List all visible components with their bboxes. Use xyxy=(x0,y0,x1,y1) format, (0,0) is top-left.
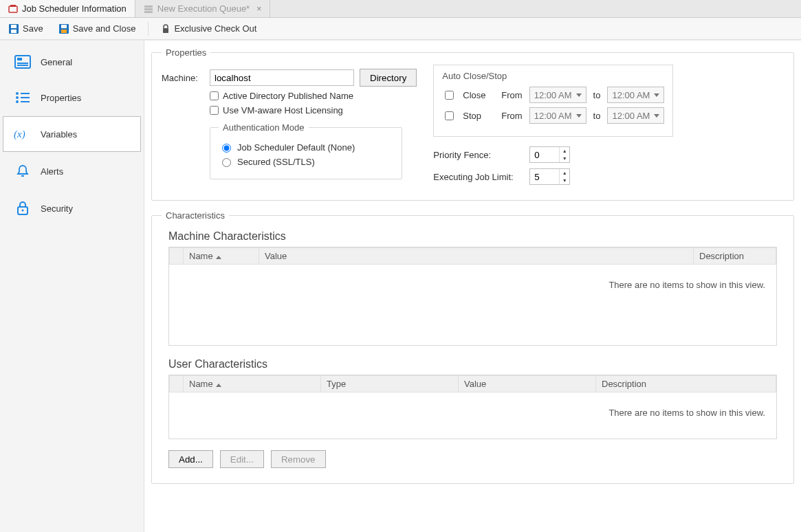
svg-rect-10 xyxy=(61,30,67,33)
svg-point-20 xyxy=(16,100,19,103)
svg-rect-7 xyxy=(11,30,17,33)
sidebar-item-alerts[interactable]: Alerts xyxy=(3,153,141,189)
user-characteristics-title: User Characteristics xyxy=(168,358,784,370)
auth-default-label: Job Scheduler Default (None) xyxy=(237,142,355,153)
save-label: Save xyxy=(23,23,43,34)
sidebar-item-variables[interactable]: (x) Variables xyxy=(3,116,141,152)
svg-point-25 xyxy=(22,210,24,212)
spinner-down-icon[interactable]: ▼ xyxy=(560,177,569,184)
toolbar-separator xyxy=(148,22,149,36)
spinner-up-icon[interactable]: ▲ xyxy=(560,169,569,177)
svg-point-16 xyxy=(16,92,19,95)
tab-job-scheduler-info[interactable]: Job Scheduler Information xyxy=(0,0,135,17)
column-selector[interactable] xyxy=(170,248,184,265)
chevron-down-icon xyxy=(576,114,582,118)
svg-rect-12 xyxy=(15,56,30,68)
machine-characteristics-title: Machine Characteristics xyxy=(168,230,784,243)
tab-new-execution-queue[interactable]: New Execution Queue* × xyxy=(135,0,270,17)
save-button[interactable]: Save xyxy=(6,22,46,36)
close-from-time[interactable]: 12:00 AM xyxy=(529,87,586,103)
stop-checkbox[interactable] xyxy=(445,111,454,120)
column-selector[interactable] xyxy=(170,376,184,392)
auto-close-legend: Auto Close/Stop xyxy=(442,71,664,81)
exec-limit-spinner[interactable]: ▲▼ xyxy=(529,168,570,185)
sidebar: General Properties (x) Variables Alerts … xyxy=(0,41,144,532)
bell-icon xyxy=(13,164,32,179)
auth-secured-radio[interactable] xyxy=(222,158,231,167)
chevron-down-icon xyxy=(654,114,659,118)
exclusive-checkout-button[interactable]: Exclusive Check Out xyxy=(158,22,259,35)
priority-fence-input[interactable] xyxy=(530,147,559,162)
machine-label: Machine: xyxy=(162,73,204,83)
svg-rect-2 xyxy=(144,5,153,8)
close-icon[interactable]: × xyxy=(256,4,261,14)
column-description[interactable]: Description xyxy=(596,376,776,392)
spinner-down-icon[interactable]: ▼ xyxy=(560,155,569,162)
sidebar-item-label: Variables xyxy=(41,129,77,140)
auth-mode-group: Authentication Mode Job Scheduler Defaul… xyxy=(210,122,402,179)
close-to-time[interactable]: 12:00 AM xyxy=(607,87,664,103)
ad-published-checkbox[interactable] xyxy=(210,91,219,100)
close-label: Close xyxy=(463,90,494,100)
column-value[interactable]: Value xyxy=(259,248,694,265)
from-label: From xyxy=(501,90,522,100)
tab-label: Job Scheduler Information xyxy=(22,3,127,14)
sidebar-item-general[interactable]: General xyxy=(3,45,141,79)
sort-asc-icon xyxy=(216,256,221,259)
auth-mode-legend: Authentication Mode xyxy=(219,122,309,133)
characteristics-legend: Characteristics xyxy=(162,210,229,221)
vm-aware-checkbox[interactable] xyxy=(210,106,219,115)
padlock-icon xyxy=(13,201,32,216)
chevron-down-icon xyxy=(654,93,659,97)
svg-text:(x): (x) xyxy=(14,129,25,140)
to-label: to xyxy=(593,111,601,121)
properties-legend: Properties xyxy=(162,47,210,58)
sort-asc-icon xyxy=(216,384,221,387)
sidebar-item-properties[interactable]: Properties xyxy=(3,80,141,115)
exec-limit-input[interactable] xyxy=(530,169,559,184)
characteristics-actions: Add... Edit... Remove xyxy=(162,445,784,474)
spinner-up-icon[interactable]: ▲ xyxy=(560,147,569,155)
characteristics-group: Characteristics Machine Characteristics … xyxy=(151,210,794,484)
sidebar-item-label: General xyxy=(41,57,72,67)
stop-label: Stop xyxy=(463,111,494,121)
edit-button[interactable]: Edit... xyxy=(220,450,264,468)
svg-rect-13 xyxy=(17,58,22,60)
chevron-down-icon xyxy=(576,93,582,97)
sidebar-item-security[interactable]: Security xyxy=(3,190,141,226)
svg-point-18 xyxy=(16,96,19,99)
column-name[interactable]: Name xyxy=(184,248,259,265)
empty-message: There are no items to show in this view. xyxy=(169,265,776,345)
exclusive-checkout-label: Exclusive Check Out xyxy=(174,23,256,34)
column-value[interactable]: Value xyxy=(459,376,596,392)
content-pane: Properties Machine: Directory Active Dir… xyxy=(144,41,801,532)
remove-button[interactable]: Remove xyxy=(271,450,326,468)
column-name[interactable]: Name xyxy=(184,376,321,392)
svg-rect-9 xyxy=(61,25,67,28)
svg-rect-11 xyxy=(163,28,168,33)
variables-icon: (x) xyxy=(13,126,32,142)
auto-close-group: Auto Close/Stop Close From 12:00 AM to 1… xyxy=(433,65,673,137)
close-checkbox[interactable] xyxy=(445,91,454,100)
stop-to-time[interactable]: 12:00 AM xyxy=(607,107,664,124)
save-close-icon xyxy=(58,23,69,34)
to-label: to xyxy=(593,90,601,100)
save-close-label: Save and Close xyxy=(73,23,136,34)
column-type[interactable]: Type xyxy=(321,376,459,392)
auth-default-radio[interactable] xyxy=(222,144,231,153)
stop-from-time[interactable]: 12:00 AM xyxy=(529,107,586,124)
machine-input[interactable] xyxy=(210,69,354,86)
queue-icon xyxy=(144,4,153,14)
vm-aware-label: Use VM-aware Host Licensing xyxy=(223,105,343,115)
column-description[interactable]: Description xyxy=(694,248,776,265)
sidebar-item-label: Security xyxy=(41,203,73,214)
directory-button[interactable]: Directory xyxy=(360,69,417,87)
svg-rect-3 xyxy=(144,8,153,10)
ad-published-label: Active Directory Published Name xyxy=(223,91,353,101)
priority-fence-spinner[interactable]: ▲▼ xyxy=(529,146,570,163)
auth-secured-label: Secured (SSL/TLS) xyxy=(237,157,315,167)
properties-group: Properties Machine: Directory Active Dir… xyxy=(151,47,794,201)
save-close-button[interactable]: Save and Close xyxy=(56,22,139,36)
sidebar-item-label: Alerts xyxy=(41,166,63,177)
add-button[interactable]: Add... xyxy=(168,450,213,468)
